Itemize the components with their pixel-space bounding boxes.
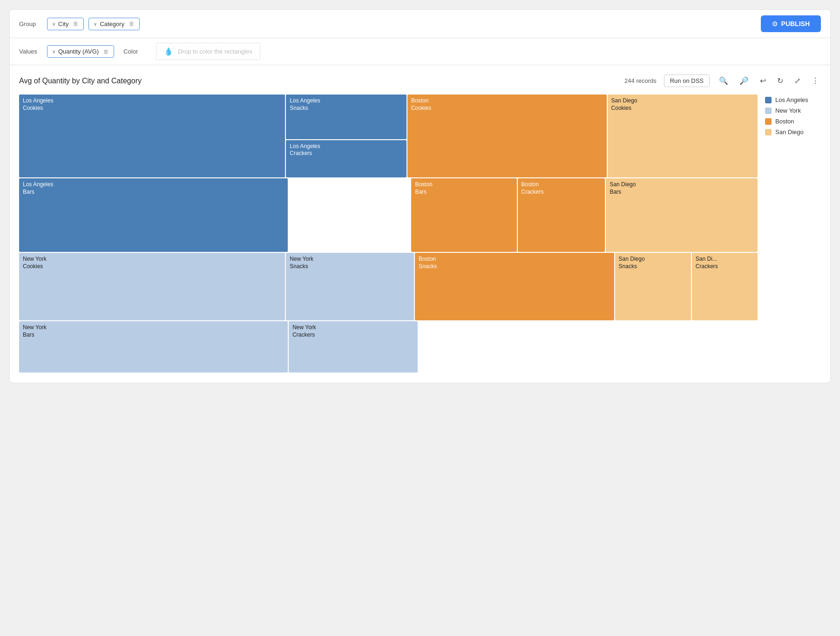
legend-swatch-sd bbox=[765, 129, 772, 135]
legend-item-ny: New York bbox=[765, 107, 821, 114]
legend-swatch-bo bbox=[765, 118, 772, 125]
color-drop-icon: 💧 bbox=[164, 47, 173, 56]
refresh-button[interactable]: ↻ bbox=[775, 75, 785, 86]
cell-sd-crackers[interactable]: San Di...Crackers bbox=[692, 253, 758, 320]
values-quantity-pill[interactable]: ∨ Quantity (AVG) 🗑 bbox=[47, 45, 114, 58]
reset-button[interactable]: ↩ bbox=[758, 75, 768, 86]
publish-icon: ⊙ bbox=[772, 20, 778, 27]
trash-icon[interactable]: 🗑 bbox=[73, 20, 79, 27]
cell-la-bars[interactable]: Los AngelesBars bbox=[19, 178, 288, 252]
run-dss-button[interactable]: Run on DSS bbox=[664, 74, 710, 87]
chevron-icon3: ∨ bbox=[52, 49, 55, 54]
cell-la-snacks[interactable]: Los AngelesSnacks bbox=[286, 95, 406, 139]
publish-button[interactable]: ⊙ PUBLISH bbox=[761, 15, 821, 32]
cell-bo-cookies[interactable]: BostonCookies bbox=[407, 95, 607, 177]
chart-body: Los AngelesCookies Los AngelesSnacks Los… bbox=[19, 95, 821, 373]
values-quantity-value: Quantity (AVG) bbox=[58, 48, 99, 55]
group-category-pill[interactable]: ∨ Category 🗑 bbox=[88, 18, 140, 30]
legend-swatch-ny bbox=[765, 108, 772, 114]
legend-label-la: Los Angeles bbox=[775, 96, 808, 103]
cell-ny-snacks[interactable]: New YorkSnacks bbox=[286, 253, 414, 320]
legend-item-sd: San Diego bbox=[765, 129, 821, 135]
zoom-out-button[interactable]: 🔎 bbox=[738, 75, 751, 86]
color-drop-zone[interactable]: 💧 Drop to color the rectangles bbox=[156, 43, 260, 60]
zoom-in-button[interactable]: 🔍 bbox=[717, 75, 730, 86]
records-count: 244 records bbox=[624, 77, 657, 84]
color-drop-placeholder: Drop to color the rectangles bbox=[178, 48, 252, 55]
values-label: Values bbox=[19, 48, 42, 55]
group-city-value: City bbox=[58, 20, 68, 27]
trash-icon2[interactable]: 🗑 bbox=[129, 20, 135, 27]
cell-la-cookies[interactable]: Los AngelesCookies bbox=[19, 95, 285, 177]
cell-sd-snacks[interactable]: San DiegoSnacks bbox=[615, 253, 691, 320]
cell-ny-bars[interactable]: New YorkBars bbox=[19, 321, 288, 372]
legend-swatch-la bbox=[765, 97, 772, 103]
cell-bo-bars[interactable]: BostonBars bbox=[411, 178, 516, 252]
cell-bo-crackers[interactable]: BostonCrackers bbox=[518, 178, 605, 252]
chevron-icon2: ∨ bbox=[94, 21, 97, 27]
treemap: Los AngelesCookies Los AngelesSnacks Los… bbox=[19, 95, 758, 373]
legend-label-bo: Boston bbox=[775, 118, 794, 125]
cell-sd-bars[interactable]: San DiegoBars bbox=[606, 178, 758, 252]
cell-sd-cookies[interactable]: San DiegoCookies bbox=[608, 95, 758, 177]
chart-container: Avg of Quantity by City and Category 244… bbox=[10, 65, 830, 383]
group-label: Group bbox=[19, 20, 42, 27]
publish-label: PUBLISH bbox=[781, 20, 810, 27]
cell-la-crackers[interactable]: Los AngelesCrackers bbox=[286, 140, 406, 177]
more-button[interactable]: ⋮ bbox=[810, 75, 821, 86]
cell-ny-crackers[interactable]: New YorkCrackers bbox=[289, 321, 418, 372]
color-label: Color bbox=[123, 48, 147, 55]
group-category-value: Category bbox=[100, 20, 124, 27]
legend-item-bo: Boston bbox=[765, 118, 821, 125]
legend-label-sd: San Diego bbox=[775, 129, 804, 135]
expand-button[interactable]: ⤢ bbox=[793, 75, 802, 86]
legend-label-ny: New York bbox=[775, 107, 801, 114]
legend: Los Angeles New York Boston San Diego bbox=[765, 95, 821, 373]
group-city-pill[interactable]: ∨ City 🗑 bbox=[47, 18, 84, 30]
cell-bo-snacks[interactable]: BostonSnacks bbox=[415, 253, 614, 320]
chevron-icon: ∨ bbox=[52, 21, 55, 27]
legend-item-la: Los Angeles bbox=[765, 96, 821, 103]
trash-icon3[interactable]: 🗑 bbox=[103, 48, 109, 55]
chart-title: Avg of Quantity by City and Category bbox=[19, 77, 142, 85]
cell-ny-cookies[interactable]: New YorkCookies bbox=[19, 253, 285, 320]
